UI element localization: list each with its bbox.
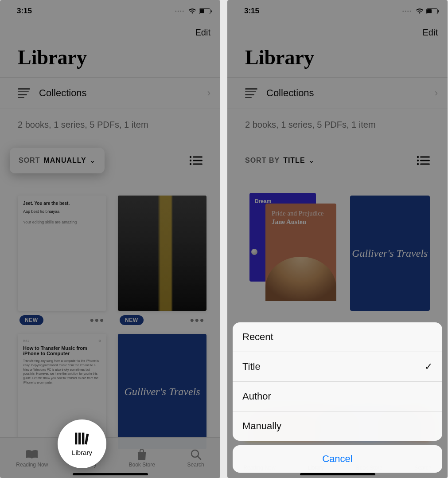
sort-button[interactable]: SORT BY TITLE ⌄ <box>245 148 323 173</box>
pearl-icon <box>251 249 257 255</box>
option-label: Author <box>242 391 271 402</box>
cover-author: Jane Austen <box>272 218 330 226</box>
tab-search[interactable]: Search <box>187 448 204 468</box>
books-grid: Dream Pride and Prejudice Jane Austen Gu… <box>227 178 448 311</box>
sort-option-author[interactable]: Author <box>233 382 442 411</box>
svg-rect-21 <box>420 164 430 165</box>
tab-book-store[interactable]: Book Store <box>129 448 155 468</box>
new-badge: NEW <box>19 315 43 325</box>
collections-label: Collections <box>39 87 199 99</box>
checkmark-icon: ✓ <box>425 361 432 372</box>
battery-icon <box>426 8 438 14</box>
sort-value: TITLE <box>283 157 305 165</box>
tab-label: Search <box>187 462 204 468</box>
collections-icon <box>18 88 30 98</box>
svg-rect-5 <box>193 164 203 165</box>
svg-rect-13 <box>78 433 81 445</box>
wifi-icon <box>416 8 424 14</box>
sort-option-manually[interactable]: Manually <box>233 411 442 441</box>
sort-label: SORT BY <box>245 157 280 165</box>
svg-rect-19 <box>420 160 430 161</box>
screenshot-right: 3:15 •••• Edit Library Collections › 2 b… <box>227 0 448 478</box>
svg-point-16 <box>417 156 419 158</box>
status-bar: 3:15 •••• <box>227 0 448 20</box>
chevron-right-icon: › <box>435 87 438 99</box>
book-card[interactable]: Gulliver's Travels <box>350 196 430 311</box>
book-card[interactable]: Jeet. You are the best. Aap best ho bhai… <box>18 196 106 325</box>
cover-title: Gulliver's Travels <box>124 386 200 398</box>
book-card[interactable]: Dream Pride and Prejudice Jane Austen <box>252 196 332 311</box>
signal-dots-icon: •••• <box>402 9 412 14</box>
cancel-button[interactable]: Cancel <box>233 445 442 473</box>
svg-rect-3 <box>193 160 203 161</box>
svg-rect-14 <box>82 433 84 445</box>
collections-row[interactable]: Collections › <box>227 77 448 109</box>
status-time: 3:15 <box>17 7 32 16</box>
cover-title: How to Transfer Music from iPhone to Com… <box>23 345 101 356</box>
svg-point-0 <box>190 156 191 158</box>
tab-reading-now[interactable]: Reading Now <box>16 448 48 468</box>
book-card[interactable]: NEW ••• <box>118 196 206 325</box>
cover-text: Aap best ho bhaiyaa. <box>23 209 101 214</box>
edit-button[interactable]: Edit <box>0 20 220 38</box>
page-title: Library <box>227 38 448 77</box>
book-cover <box>118 196 206 311</box>
edit-button[interactable]: Edit <box>227 20 448 38</box>
sort-row: SORT BY TITLE ⌄ <box>227 130 448 178</box>
book-cover: Jeet. You are the best. Aap best ho bhai… <box>18 196 106 311</box>
library-stats: 2 books, 1 series, 5 PDFs, 1 item <box>227 109 448 130</box>
option-label: Title <box>242 361 261 372</box>
bag-icon <box>136 448 147 461</box>
screenshot-left: 3:15 •••• Edit Library Collections › 2 b… <box>0 0 220 478</box>
new-badge: NEW <box>120 315 144 325</box>
book-cover: Gulliver's Travels <box>118 334 206 449</box>
sort-option-title[interactable]: Title ✓ <box>233 352 442 382</box>
sort-button[interactable]: SORT MANUALLY ⌄ <box>10 148 105 173</box>
chevron-down-icon: ⌄ <box>90 157 96 164</box>
svg-line-11 <box>198 456 201 459</box>
signal-dots-icon: •••• <box>175 9 185 14</box>
books-grid: Jeet. You are the best. Aap best ho bhai… <box>0 178 220 449</box>
svg-point-4 <box>190 163 191 165</box>
svg-point-20 <box>417 163 419 165</box>
cover-text: Jeet. You are the best. <box>23 201 101 206</box>
collections-row[interactable]: Collections › <box>0 77 220 109</box>
chevron-down-icon: ⌄ <box>309 157 315 164</box>
library-tab-highlight[interactable]: Library <box>58 419 106 468</box>
list-view-toggle[interactable] <box>189 156 203 165</box>
book-cover: Pride and Prejudice Jane Austen <box>265 204 336 301</box>
svg-rect-1 <box>193 157 203 158</box>
svg-rect-12 <box>75 433 77 445</box>
home-indicator[interactable] <box>300 473 375 475</box>
chevron-right-icon: › <box>207 87 210 99</box>
search-icon <box>190 448 202 461</box>
tab-label: Book Store <box>129 462 155 468</box>
status-right: •••• <box>402 8 438 14</box>
svg-rect-15 <box>85 434 89 445</box>
sort-row: SORT MANUALLY ⌄ <box>0 130 220 178</box>
sort-value: MANUALLY <box>43 157 86 165</box>
status-bar: 3:15 •••• <box>0 0 220 20</box>
list-view-toggle[interactable] <box>417 156 430 165</box>
option-label: Recent <box>242 331 273 343</box>
status-right: •••• <box>175 8 210 14</box>
sort-action-sheet: Recent Title ✓ Author Manually Cancel <box>233 322 442 473</box>
home-indicator[interactable] <box>73 473 148 475</box>
option-label: Manually <box>242 420 281 432</box>
page-title: Library <box>0 38 220 77</box>
tab-label: Reading Now <box>16 462 48 468</box>
cover-title: Pride and Prejudice <box>272 210 330 217</box>
sort-option-recent[interactable]: Recent <box>233 322 442 352</box>
status-time: 3:15 <box>244 7 259 16</box>
svg-rect-17 <box>420 157 430 158</box>
cover-title: Gulliver's Travels <box>352 247 428 259</box>
sort-label: SORT <box>19 157 40 165</box>
cover-text: Your editing skills are amazing <box>23 220 101 224</box>
books-icon <box>73 431 91 447</box>
svg-point-18 <box>417 160 419 161</box>
book-open-icon <box>25 448 39 461</box>
tab-label: Library <box>72 449 92 456</box>
book-card[interactable]: Gulliver's Travels <box>118 334 206 449</box>
battery-icon <box>199 8 210 14</box>
tab-bar: Reading Now Library Book Store Search <box>0 437 220 478</box>
